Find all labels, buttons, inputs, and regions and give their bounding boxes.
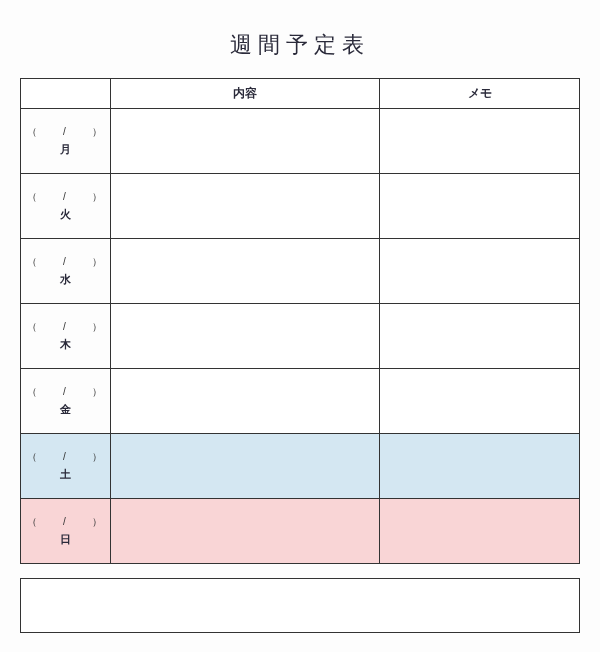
date-field[interactable]: （ / ） xyxy=(25,385,106,399)
day-name: 土 xyxy=(25,467,106,482)
day-cell: （ / ）火 xyxy=(21,174,111,239)
day-row: （ / ）日 xyxy=(21,499,580,564)
memo-cell[interactable] xyxy=(380,174,580,239)
content-cell[interactable] xyxy=(111,434,380,499)
day-name: 水 xyxy=(25,272,106,287)
weekly-schedule-table: 内容 メモ （ / ）月（ / ）火（ / ）水（ / ）木（ / ）金（ / … xyxy=(20,78,580,564)
date-field[interactable]: （ / ） xyxy=(25,450,106,464)
memo-cell[interactable] xyxy=(380,499,580,564)
day-cell: （ / ）木 xyxy=(21,304,111,369)
day-row: （ / ）木 xyxy=(21,304,580,369)
header-row: 内容 メモ xyxy=(21,79,580,109)
day-cell: （ / ）日 xyxy=(21,499,111,564)
day-name: 日 xyxy=(25,532,106,547)
notes-area[interactable] xyxy=(20,578,580,633)
memo-cell[interactable] xyxy=(380,304,580,369)
schedule-body: （ / ）月（ / ）火（ / ）水（ / ）木（ / ）金（ / ）土（ / … xyxy=(21,109,580,564)
memo-cell[interactable] xyxy=(380,239,580,304)
content-cell[interactable] xyxy=(111,304,380,369)
day-cell: （ / ）金 xyxy=(21,369,111,434)
day-name: 金 xyxy=(25,402,106,417)
day-cell: （ / ）月 xyxy=(21,109,111,174)
day-cell: （ / ）水 xyxy=(21,239,111,304)
day-name: 火 xyxy=(25,207,106,222)
memo-cell[interactable] xyxy=(380,369,580,434)
date-field[interactable]: （ / ） xyxy=(25,190,106,204)
content-cell[interactable] xyxy=(111,239,380,304)
content-cell[interactable] xyxy=(111,499,380,564)
memo-cell[interactable] xyxy=(380,434,580,499)
date-field[interactable]: （ / ） xyxy=(25,320,106,334)
content-cell[interactable] xyxy=(111,174,380,239)
date-field[interactable]: （ / ） xyxy=(25,255,106,269)
day-name: 月 xyxy=(25,142,106,157)
header-content: 内容 xyxy=(111,79,380,109)
day-row: （ / ）土 xyxy=(21,434,580,499)
date-field[interactable]: （ / ） xyxy=(25,125,106,139)
day-cell: （ / ）土 xyxy=(21,434,111,499)
day-row: （ / ）水 xyxy=(21,239,580,304)
content-cell[interactable] xyxy=(111,109,380,174)
header-memo: メモ xyxy=(380,79,580,109)
header-day xyxy=(21,79,111,109)
day-row: （ / ）月 xyxy=(21,109,580,174)
date-field[interactable]: （ / ） xyxy=(25,515,106,529)
content-cell[interactable] xyxy=(111,369,380,434)
day-row: （ / ）火 xyxy=(21,174,580,239)
memo-cell[interactable] xyxy=(380,109,580,174)
page-title: 週間予定表 xyxy=(20,30,580,60)
day-row: （ / ）金 xyxy=(21,369,580,434)
day-name: 木 xyxy=(25,337,106,352)
